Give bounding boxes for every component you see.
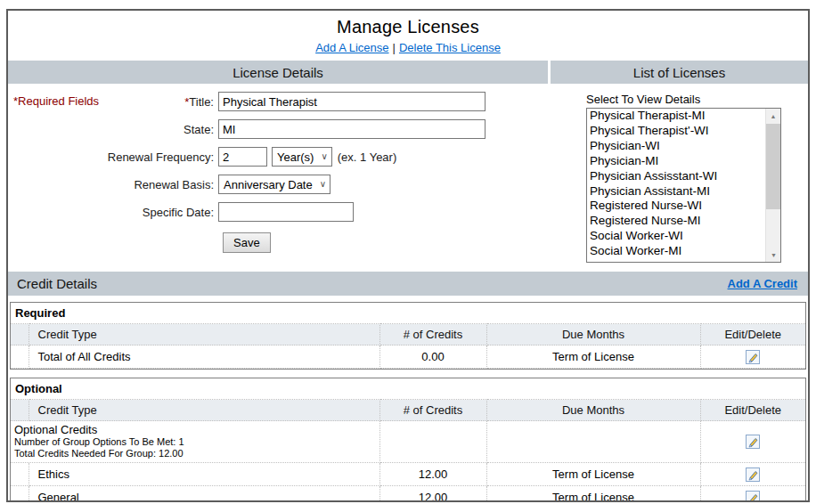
license-list-item[interactable]: Physician Assistant-MI (587, 184, 765, 199)
add-license-link[interactable]: Add A License (315, 41, 388, 54)
chevron-down-icon: ∨ (321, 152, 327, 161)
required-credits-box: Required Credit Type # of Credits Due Mo… (10, 302, 806, 370)
list-of-licenses-header: List of Licenses (551, 61, 808, 84)
due-months-cell: Term of License (486, 345, 700, 369)
required-credits-table: Credit Type # of Credits Due Months Edit… (11, 323, 805, 369)
indent-cell (11, 324, 29, 345)
group-title: Optional Credits (14, 423, 376, 436)
group-info-cell: Optional Credits Number of Group Options… (11, 421, 379, 463)
title-input[interactable] (218, 92, 486, 111)
table-row: Ethics 12.00 Term of License (11, 463, 805, 486)
column-edit-delete: Edit/Delete (700, 324, 805, 345)
specific-date-row: Specific Date: (8, 202, 551, 222)
scrollbar-thumb[interactable] (766, 124, 781, 209)
indent-cell (11, 345, 29, 369)
license-list-item[interactable]: Physical Therapist'-WI (587, 124, 765, 139)
table-header-row: Credit Type # of Credits Due Months Edit… (11, 324, 805, 345)
edit-credit-icon[interactable] (746, 350, 760, 364)
delete-license-link[interactable]: Delete This License (399, 41, 501, 54)
renewal-frequency-row: Renewal Frequency: Year(s) ∨ (ex. 1 Year… (8, 147, 551, 167)
state-label: State: (8, 123, 218, 136)
state-field-row: State: (8, 119, 551, 139)
optional-credits-table: Credit Type # of Credits Due Months Edit… (11, 399, 805, 502)
num-credits-cell: 12.00 (379, 463, 486, 486)
scrollbar-down-icon[interactable]: ▼ (766, 248, 781, 262)
license-list-item[interactable]: Social Worker-MI (587, 244, 765, 259)
renewal-basis-row: Renewal Basis: Anniversary Date ∨ (8, 175, 551, 194)
license-list-item[interactable]: Physical Therapist-MI (587, 109, 765, 124)
list-of-licenses-panel: Select To View Details Physical Therapis… (551, 92, 808, 263)
save-button[interactable]: Save (223, 232, 271, 253)
column-num-credits: # of Credits (379, 400, 486, 421)
column-edit-delete: Edit/Delete (700, 400, 805, 421)
license-details-panel: *Required Fields *Title: State: Renewal … (8, 92, 551, 263)
optional-credits-box: Optional Credit Type # of Credits Due Mo… (10, 378, 806, 502)
required-heading: Required (11, 303, 805, 323)
renewal-basis-select[interactable]: Anniversary Date ∨ (218, 175, 330, 194)
credit-details-bar: Credit Details Add A Credit (8, 272, 808, 296)
section-header-bars: License Details List of Licenses (8, 61, 808, 84)
renewal-frequency-input[interactable] (218, 147, 267, 167)
scrollbar-up-icon[interactable]: ▲ (766, 109, 780, 123)
optional-credits-group-row: Optional Credits Number of Group Options… (11, 421, 805, 463)
license-list-item[interactable]: Social Worker-WI (587, 229, 765, 244)
group-options-line: Number of Group Options To Be Met: 1 (14, 436, 376, 448)
num-credits-cell (379, 421, 486, 463)
license-list-item[interactable]: Registered Nurse-MI (587, 214, 765, 229)
specific-date-label: Specific Date: (8, 206, 218, 219)
edit-delete-cell (700, 486, 805, 503)
license-list-item[interactable]: Physician-WI (587, 139, 765, 154)
group-total-line: Total Credits Needed For Group: 12.00 (14, 448, 376, 459)
license-list-item[interactable]: Registered Nurse-WI (587, 199, 765, 214)
license-details-header: License Details (8, 61, 548, 84)
renewal-frequency-hint: (ex. 1 Year) (338, 150, 397, 164)
due-months-cell (486, 421, 700, 463)
add-credit-link[interactable]: Add A Credit (728, 277, 797, 290)
required-fields-note: *Required Fields (13, 94, 99, 108)
due-months-cell: Term of License (486, 486, 700, 503)
links-separator: | (393, 41, 396, 54)
table-row: General 12.00 Term of License (11, 486, 805, 503)
credit-type-cell: General (29, 486, 379, 503)
due-months-cell: Term of License (486, 463, 700, 486)
table-row: Total of All Credits 0.00 Term of Licens… (11, 345, 805, 369)
num-credits-cell: 0.00 (379, 345, 486, 369)
optional-heading: Optional (11, 378, 805, 399)
edit-delete-cell (700, 345, 805, 369)
column-credit-type: Credit Type (29, 400, 379, 421)
indent-cell (11, 486, 29, 503)
licenses-listbox[interactable]: Physical Therapist-MI Physical Therapist… (586, 108, 781, 263)
table-header-row: Credit Type # of Credits Due Months Edit… (11, 400, 805, 421)
indent-cell (11, 463, 29, 486)
page-title: Manage Licenses (8, 17, 808, 37)
column-due-months: Due Months (486, 324, 700, 345)
edit-credit-icon[interactable] (746, 435, 760, 449)
manage-licenses-window: Manage Licenses Add A License|Delete Thi… (6, 9, 810, 502)
top-links: Add A License|Delete This License (8, 41, 808, 54)
credit-type-cell: Total of All Credits (29, 345, 379, 369)
renewal-frequency-unit-select[interactable]: Year(s) ∨ (272, 147, 332, 167)
credit-type-cell: Ethics (29, 463, 379, 486)
list-caption: Select To View Details (586, 93, 808, 106)
column-credit-type: Credit Type (29, 324, 379, 345)
credit-details-title: Credit Details (17, 276, 97, 291)
edit-delete-cell (700, 421, 805, 463)
specific-date-input[interactable] (218, 202, 354, 222)
column-due-months: Due Months (486, 400, 700, 421)
listbox-scrollbar[interactable]: ▲ ▼ (765, 109, 780, 262)
renewal-frequency-label: Renewal Frequency: (8, 150, 218, 164)
chevron-down-icon: ∨ (320, 180, 326, 189)
license-list-item[interactable]: Physician Assisstant-WI (587, 169, 765, 184)
edit-credit-icon[interactable] (746, 491, 760, 502)
license-list-item[interactable]: Physician-MI (587, 154, 765, 169)
edit-delete-cell (700, 463, 805, 486)
indent-cell (11, 400, 29, 421)
renewal-basis-label: Renewal Basis: (8, 178, 218, 191)
num-credits-cell: 12.00 (379, 486, 486, 503)
edit-credit-icon[interactable] (746, 467, 760, 482)
state-input[interactable] (218, 119, 486, 139)
column-num-credits: # of Credits (379, 324, 486, 345)
